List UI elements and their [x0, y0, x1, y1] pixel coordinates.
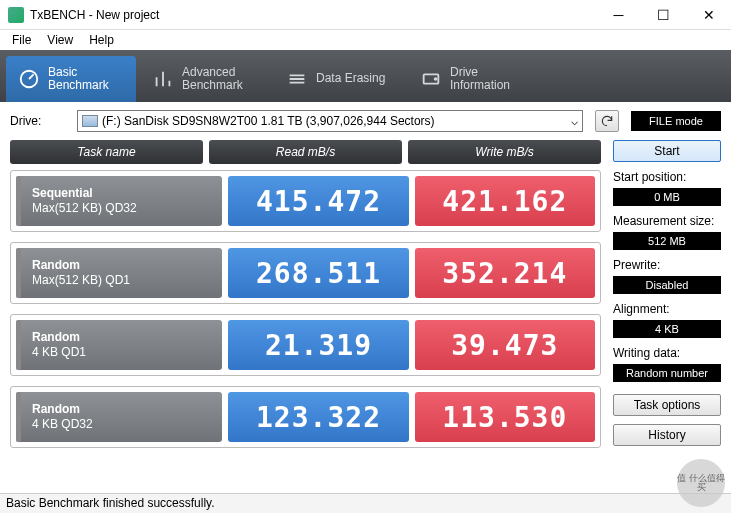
tab-advanced-benchmark[interactable]: AdvancedBenchmark — [140, 56, 270, 102]
menu-help[interactable]: Help — [83, 32, 120, 48]
app-icon — [8, 7, 24, 23]
bench-row: SequentialMax(512 KB) QD32 415.472 421.1… — [10, 170, 601, 232]
write-value: 421.162 — [415, 176, 595, 226]
watermark: 值 什么值得买 — [677, 459, 725, 507]
history-button[interactable]: History — [613, 424, 721, 446]
bench-row: Random4 KB QD1 21.319 39.473 — [10, 314, 601, 376]
write-value: 113.530 — [415, 392, 595, 442]
refresh-icon — [600, 114, 614, 128]
task-name-cell: SequentialMax(512 KB) QD32 — [16, 176, 222, 226]
chevron-down-icon: ⌵ — [571, 114, 578, 128]
header-read: Read mB/s — [209, 140, 402, 164]
window-title: TxBENCH - New project — [30, 8, 596, 22]
start-button[interactable]: Start — [613, 140, 721, 162]
drive-label: Drive: — [10, 114, 65, 128]
read-value: 21.319 — [228, 320, 408, 370]
title-bar: TxBENCH - New project ─ ☐ ✕ — [0, 0, 731, 30]
write-value: 39.473 — [415, 320, 595, 370]
start-position-label: Start position: — [613, 170, 721, 184]
header-task: Task name — [10, 140, 203, 164]
tab-data-erasing[interactable]: Data Erasing — [274, 56, 404, 102]
task-name-cell: Random4 KB QD32 — [16, 392, 222, 442]
tab-drive-information[interactable]: DriveInformation — [408, 56, 538, 102]
task-options-button[interactable]: Task options — [613, 394, 721, 416]
erase-icon — [286, 68, 308, 90]
task-name-cell: RandomMax(512 KB) QD1 — [16, 248, 222, 298]
alignment-label: Alignment: — [613, 302, 721, 316]
drive-select[interactable]: (F:) SanDisk SD9SN8W2T00 1.81 TB (3,907,… — [77, 110, 583, 132]
drive-device-icon — [82, 115, 98, 127]
benchmark-results: Task name Read mB/s Write mB/s Sequentia… — [10, 140, 601, 458]
measurement-size-value[interactable]: 512 MB — [613, 232, 721, 250]
refresh-button[interactable] — [595, 110, 619, 132]
task-name-cell: Random4 KB QD1 — [16, 320, 222, 370]
menu-file[interactable]: File — [6, 32, 37, 48]
read-value: 268.511 — [228, 248, 408, 298]
bench-row: Random4 KB QD32 123.322 113.530 — [10, 386, 601, 448]
menu-view[interactable]: View — [41, 32, 79, 48]
write-value: 352.214 — [415, 248, 595, 298]
start-position-value[interactable]: 0 MB — [613, 188, 721, 206]
svg-point-2 — [435, 78, 437, 80]
writing-data-value[interactable]: Random number — [613, 364, 721, 382]
read-value: 123.322 — [228, 392, 408, 442]
drive-icon — [420, 68, 442, 90]
prewrite-label: Prewrite: — [613, 258, 721, 272]
header-write: Write mB/s — [408, 140, 601, 164]
bars-icon — [152, 68, 174, 90]
minimize-button[interactable]: ─ — [596, 0, 641, 29]
prewrite-value[interactable]: Disabled — [613, 276, 721, 294]
bench-row: RandomMax(512 KB) QD1 268.511 352.214 — [10, 242, 601, 304]
gauge-icon — [18, 68, 40, 90]
drive-selected-text: (F:) SanDisk SD9SN8W2T00 1.81 TB (3,907,… — [102, 114, 435, 128]
read-value: 415.472 — [228, 176, 408, 226]
side-panel: Start Start position: 0 MB Measurement s… — [613, 140, 721, 458]
maximize-button[interactable]: ☐ — [641, 0, 686, 29]
menu-bar: File View Help — [0, 30, 731, 50]
status-bar: Basic Benchmark finished successfully. — [0, 493, 731, 513]
measurement-size-label: Measurement size: — [613, 214, 721, 228]
writing-data-label: Writing data: — [613, 346, 721, 360]
close-button[interactable]: ✕ — [686, 0, 731, 29]
alignment-value[interactable]: 4 KB — [613, 320, 721, 338]
tab-bar: BasicBenchmark AdvancedBenchmark Data Er… — [0, 50, 731, 102]
tab-basic-benchmark[interactable]: BasicBenchmark — [6, 56, 136, 102]
file-mode-indicator: FILE mode — [631, 111, 721, 131]
